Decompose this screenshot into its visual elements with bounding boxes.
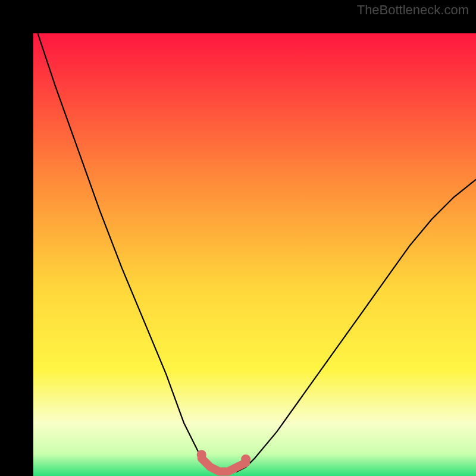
optimum-end-dot [197, 450, 206, 459]
chart-frame [0, 0, 476, 476]
watermark-text: TheBottleneck.com [357, 2, 469, 18]
gradient-background [33, 33, 476, 476]
bottleneck-chart [33, 33, 476, 476]
optimum-end-dot [241, 455, 250, 464]
